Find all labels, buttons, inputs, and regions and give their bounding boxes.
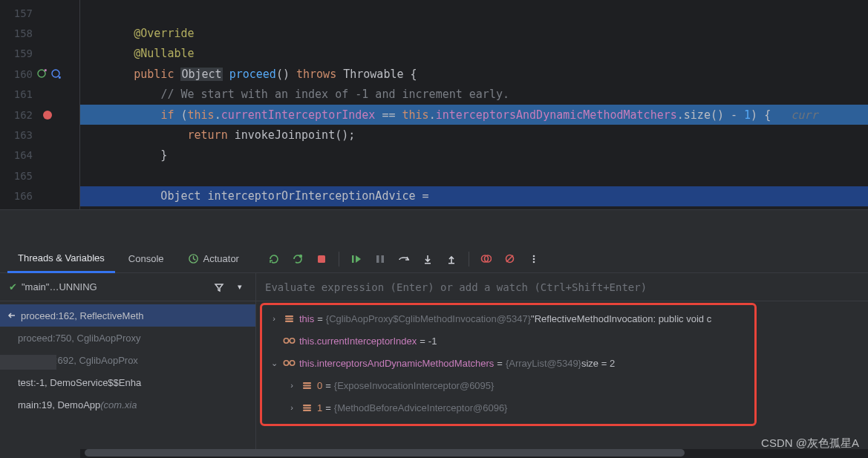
variable-name: this.currentInterceptorIndex bbox=[299, 336, 417, 347]
svg-rect-17 bbox=[285, 315, 293, 317]
stop-icon[interactable] bbox=[315, 252, 328, 266]
gutter-row[interactable]: 158 bbox=[0, 23, 79, 43]
watermark: CSDN @灰色孤星A bbox=[761, 436, 859, 451]
object-icon bbox=[299, 402, 314, 413]
gutter-row[interactable]: 159 bbox=[0, 44, 79, 64]
variable-row[interactable]: ›1 = {MethodBeforeAdviceInterceptor@6096… bbox=[256, 396, 868, 419]
svg-rect-18 bbox=[285, 318, 293, 319]
chevron-down-icon[interactable]: ⌄ bbox=[268, 359, 280, 368]
svg-point-21 bbox=[290, 338, 294, 343]
code-line[interactable] bbox=[80, 166, 868, 186]
gutter-row[interactable]: 157 bbox=[0, 3, 79, 23]
svg-point-1 bbox=[52, 70, 59, 77]
gutter-row[interactable]: 163 bbox=[0, 125, 79, 145]
code-line[interactable]: public Object proceed() throws Throwable… bbox=[80, 64, 868, 84]
code-line[interactable]: } bbox=[80, 145, 868, 166]
variable-row[interactable]: ›0 = {ExposeInvocationInterceptor@6095} bbox=[256, 374, 868, 396]
evaluate-expression-input[interactable]: Evaluate expression (Enter) or add a wat… bbox=[256, 273, 868, 301]
pause-icon[interactable] bbox=[373, 252, 387, 266]
step-over-icon[interactable] bbox=[397, 252, 411, 266]
object-icon bbox=[299, 380, 314, 391]
variable-value: size = 2 bbox=[581, 358, 615, 369]
toolbar-separator bbox=[469, 252, 469, 266]
chevron-right-icon[interactable]: › bbox=[286, 403, 298, 412]
view-breakpoints-icon[interactable] bbox=[480, 252, 493, 266]
editor-area: 157158159160161162163164165166 @Override… bbox=[0, 0, 868, 209]
filter-icon[interactable] bbox=[212, 281, 226, 294]
left-strip-selection bbox=[0, 355, 56, 370]
stack-frame[interactable]: test:-1, DemoService$$Enha bbox=[0, 371, 255, 393]
variable-row[interactable]: this.currentInterceptorIndex = -1 bbox=[256, 330, 868, 352]
tab-actuator[interactable]: Actuator bbox=[177, 245, 249, 273]
svg-rect-9 bbox=[448, 263, 454, 264]
code-line[interactable]: @Override bbox=[80, 23, 868, 43]
line-number: 161 bbox=[0, 88, 33, 100]
watch-icon bbox=[281, 336, 296, 345]
svg-rect-4 bbox=[318, 255, 325, 263]
step-into-icon[interactable] bbox=[421, 252, 434, 266]
svg-point-23 bbox=[290, 361, 294, 365]
step-out-icon[interactable] bbox=[445, 252, 458, 266]
override-down-icon[interactable] bbox=[50, 68, 62, 80]
svg-rect-8 bbox=[425, 263, 431, 264]
gutter-row[interactable]: 161 bbox=[0, 85, 79, 105]
stack-frame[interactable]: main:19, DemoApp (com.xia bbox=[0, 393, 255, 416]
editor-gutter: 157158159160161162163164165166 bbox=[0, 0, 80, 209]
debug-toolbar bbox=[267, 252, 541, 266]
panel-divider[interactable] bbox=[0, 209, 868, 245]
toolbar-separator bbox=[339, 252, 339, 266]
actuator-icon bbox=[188, 253, 199, 264]
editor-code[interactable]: @Override @Nullable public Object procee… bbox=[80, 0, 868, 209]
reset-frame-icon[interactable] bbox=[4, 310, 19, 321]
line-number: 166 bbox=[0, 190, 33, 202]
code-line[interactable] bbox=[80, 3, 868, 23]
tab-console[interactable]: Console bbox=[118, 245, 174, 273]
svg-rect-24 bbox=[303, 382, 311, 384]
breakpoint-icon[interactable] bbox=[43, 111, 52, 120]
gutter-row[interactable]: 160 bbox=[0, 64, 79, 84]
variable-type: {MethodBeforeAdviceInterceptor@6096} bbox=[334, 402, 508, 413]
chevron-right-icon[interactable]: › bbox=[286, 381, 298, 390]
object-icon bbox=[281, 313, 296, 324]
variables-tree[interactable]: ›this = {CglibAopProxy$CglibMethodInvoca… bbox=[256, 301, 868, 458]
chevron-right-icon[interactable]: › bbox=[268, 314, 280, 323]
svg-rect-29 bbox=[303, 409, 311, 410]
resume-icon[interactable] bbox=[350, 252, 363, 266]
svg-point-14 bbox=[533, 255, 535, 257]
variable-row[interactable]: ›this = {CglibAopProxy$CglibMethodInvoca… bbox=[256, 307, 868, 330]
frames-header: ✔ "main"…UNNING ▾ bbox=[0, 273, 255, 301]
svg-rect-26 bbox=[303, 387, 311, 388]
code-line[interactable]: @Nullable bbox=[80, 44, 868, 64]
tab-threads-variables[interactable]: Threads & Variables bbox=[7, 245, 115, 273]
line-number: 160 bbox=[0, 68, 33, 80]
rerun-modified-icon[interactable] bbox=[291, 252, 304, 266]
code-line[interactable]: Object interceptorOrInterceptionAdvice = bbox=[80, 186, 868, 206]
gutter-row[interactable]: 162 bbox=[0, 105, 79, 125]
variable-row[interactable]: ⌄this.interceptorsAndDynamicMethodMatche… bbox=[256, 352, 868, 374]
debug-tabs: Threads & Variables Console Actuator bbox=[0, 245, 868, 273]
code-line[interactable]: return invokeJoinpoint(); bbox=[80, 125, 868, 145]
line-number: 162 bbox=[0, 109, 33, 121]
line-number: 159 bbox=[0, 48, 33, 59]
svg-point-16 bbox=[533, 261, 535, 263]
more-icon[interactable] bbox=[527, 252, 541, 266]
tab-actuator-label: Actuator bbox=[203, 253, 239, 264]
code-line[interactable]: // We start with an index of -1 and incr… bbox=[80, 85, 868, 105]
gutter-row[interactable]: 165 bbox=[0, 166, 79, 186]
chevron-down-icon[interactable]: ▾ bbox=[233, 281, 247, 294]
rerun-icon[interactable] bbox=[267, 252, 281, 266]
stack-frame[interactable]: proceed:750, CglibAopProxy bbox=[0, 327, 255, 349]
code-line[interactable]: if (this.currentInterceptorIndex == this… bbox=[80, 105, 868, 125]
line-number: 163 bbox=[0, 129, 33, 141]
variable-name: this bbox=[299, 313, 314, 324]
watch-icon bbox=[281, 359, 296, 367]
mute-breakpoints-icon[interactable] bbox=[503, 252, 517, 266]
stack-frame[interactable]: proceed:162, ReflectiveMeth bbox=[0, 304, 255, 327]
svg-rect-7 bbox=[381, 255, 384, 263]
gutter-row[interactable]: 166 bbox=[0, 186, 79, 206]
thread-selector[interactable]: ✔ "main"…UNNING bbox=[9, 281, 97, 292]
svg-rect-6 bbox=[376, 255, 379, 263]
override-up-icon[interactable] bbox=[36, 68, 48, 80]
gutter-row[interactable]: 164 bbox=[0, 145, 79, 166]
svg-rect-27 bbox=[303, 405, 311, 406]
